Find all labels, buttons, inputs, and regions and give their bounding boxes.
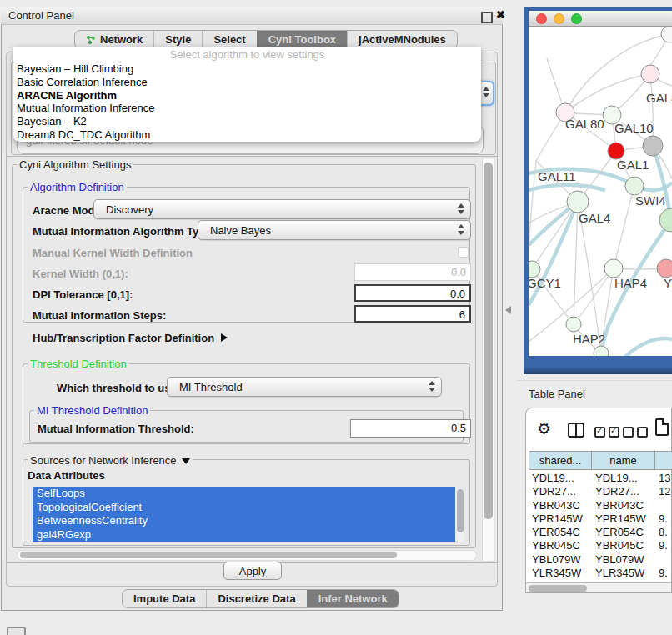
table-cell: YPR145W [592, 512, 655, 526]
select-all-columns-icon[interactable] [594, 427, 619, 438]
scrollbar-thumb[interactable] [529, 585, 587, 592]
network-node[interactable] [608, 142, 624, 159]
sources-legend-label: Sources for Network Inference [30, 454, 177, 467]
table-settings-gear-icon[interactable]: ⚙ [537, 419, 551, 438]
network-canvas[interactable]: GAL8GAL80GAL10GAL11GAL1SWI4GAL4GCY1HAP4Y… [529, 27, 672, 356]
tab-infer-network[interactable]: Infer Network [307, 590, 399, 608]
show-columns-icon[interactable] [568, 422, 584, 438]
tab-discretize-data[interactable]: Discretize Data [206, 590, 306, 608]
scrollbar-thumb[interactable] [457, 489, 464, 532]
tab-cyni-toolbox[interactable]: Cyni Toolbox [257, 31, 347, 48]
table-row[interactable]: YBR045CYBR045C9. [529, 539, 672, 552]
mi-threshold-label: Mutual Information Threshold: [38, 422, 194, 435]
network-node-label: GAL1 [617, 158, 649, 172]
table-cell: 13 [655, 472, 672, 485]
algorithm-option[interactable]: Mutual Information Inference [15, 102, 479, 115]
table-cell: YBR045C [592, 539, 655, 552]
scrollbar-thumb[interactable] [20, 552, 397, 558]
column-header-clipped[interactable]: A [655, 451, 672, 470]
data-attribute-item[interactable]: gal4RGexp [33, 528, 455, 542]
network-node[interactable] [641, 65, 659, 83]
table-row[interactable]: YPR145WYPR145W9. [529, 512, 672, 526]
cyni-settings-legend: Cyni Algorithm Settings [17, 158, 133, 171]
data-attribute-item[interactable]: BetweennessCentrality [33, 514, 455, 528]
zoom-traffic-light-icon[interactable] [571, 13, 582, 24]
mi-algorithm-type-select[interactable]: Naive Bayes [198, 220, 471, 240]
tab-style[interactable]: Style [153, 31, 202, 48]
table-row[interactable]: YBL079WYBL079W [529, 553, 672, 567]
table-cell: YBR045C [529, 539, 592, 552]
kernel-width-label: Kernel Width (0,1): [33, 268, 128, 280]
tab-label: Discretize Data [218, 590, 295, 608]
network-node-label: Y [664, 276, 672, 290]
collapsed-panel-button-fragment[interactable] [7, 627, 26, 635]
network-node[interactable] [625, 177, 644, 195]
mi-threshold-value: 0.5 [451, 422, 466, 434]
table-cell: 9. [655, 512, 672, 526]
network-node[interactable] [604, 259, 623, 278]
algorithm-options-list: Bayesian – Hill ClimbingBasic Correlatio… [15, 62, 479, 142]
table-header-row: shared... name A [529, 451, 672, 470]
minimize-traffic-light-icon[interactable] [554, 13, 564, 24]
table-row[interactable]: YDR27...YDR27...12 [529, 485, 672, 498]
network-node[interactable] [529, 261, 540, 278]
network-node[interactable] [657, 259, 672, 278]
table-row[interactable]: YER054CYER054C8. [529, 526, 672, 539]
apply-button[interactable]: Apply [223, 562, 282, 580]
algorithm-option[interactable]: ARACNE Algorithm [15, 89, 479, 102]
close-icon[interactable]: ✖ [496, 8, 505, 21]
column-header-shared-name[interactable]: shared... [529, 451, 592, 470]
manual-kernel-width-checkbox [458, 247, 469, 258]
table-cell: YER054C [529, 526, 592, 539]
mi-steps-field[interactable]: 6 [354, 305, 471, 322]
data-attributes-list[interactable]: SelfLoopsTopologicalCoefficientBetweenne… [33, 487, 455, 542]
table-row[interactable]: YBR043CYBR043C [529, 499, 672, 512]
deselect-all-columns-icon[interactable] [623, 427, 648, 438]
dpi-tolerance-value: 0.0 [450, 288, 465, 300]
table-cell: 12 [655, 485, 672, 498]
algorithm-option[interactable]: Basic Correlation Inference [15, 76, 479, 89]
close-traffic-light-icon[interactable] [536, 13, 547, 24]
tab-impute-data[interactable]: Impute Data [123, 590, 206, 608]
data-attribute-item[interactable]: TopologicalCoefficient [33, 501, 455, 515]
tab-jactivemnodules[interactable]: jActiveMNodules [347, 31, 457, 48]
network-edge [574, 202, 578, 324]
hub-definition-expander[interactable]: Hub/Transcription Factor Definition [33, 332, 228, 344]
mi-algorithm-type-value: Naive Bayes [210, 224, 271, 237]
data-attribute-item[interactable]: SelfLoops [33, 487, 455, 501]
table-row[interactable]: YDL19...YDL19...13 [529, 472, 672, 485]
scrollbar-thumb[interactable] [484, 162, 493, 519]
algorithm-option[interactable]: Dream8 DC_TDC Algorithm [15, 128, 479, 142]
tab-label: Select [213, 31, 245, 48]
tab-label: Style [165, 31, 191, 48]
collapse-arrow-icon [182, 458, 190, 464]
network-node[interactable] [567, 191, 589, 212]
network-node[interactable] [661, 27, 672, 42]
unchecked-box-icon [623, 427, 634, 438]
table-row[interactable]: YLR345WYLR345W9. [529, 567, 672, 580]
tab-select[interactable]: Select [202, 31, 256, 48]
which-threshold-value: MI Threshold [179, 381, 243, 393]
network-node[interactable] [594, 346, 609, 356]
split-pane-collapse-icon[interactable] [505, 306, 511, 314]
table-cell: YER054C [592, 526, 655, 539]
tab-network[interactable]: Network [75, 31, 153, 48]
mi-threshold-field[interactable]: 0.5 [350, 419, 471, 438]
aracne-mode-select[interactable]: Discovery [93, 199, 471, 219]
float-window-icon[interactable] [481, 12, 493, 23]
network-node[interactable] [643, 136, 663, 156]
dpi-tolerance-field[interactable]: 0.0 [354, 284, 471, 302]
algorithm-dropdown-popup: Select algorithm to view settings Bayesi… [13, 47, 481, 142]
algorithm-option[interactable]: Bayesian – Hill Climbing [15, 62, 479, 76]
table-cell: YPR145W [529, 512, 592, 526]
sources-legend[interactable]: Sources for Network Inference [28, 454, 193, 467]
network-window-titlebar [529, 11, 672, 27]
network-node[interactable] [659, 208, 672, 232]
algorithm-option[interactable]: Bayesian – K2 [15, 115, 479, 128]
column-header-name[interactable]: name [592, 451, 655, 470]
kernel-width-value: 0.0 [451, 266, 466, 278]
network-node[interactable] [566, 317, 581, 332]
export-table-icon[interactable] [655, 418, 669, 436]
table-cell [655, 499, 672, 512]
which-threshold-select[interactable]: MI Threshold [167, 377, 442, 397]
